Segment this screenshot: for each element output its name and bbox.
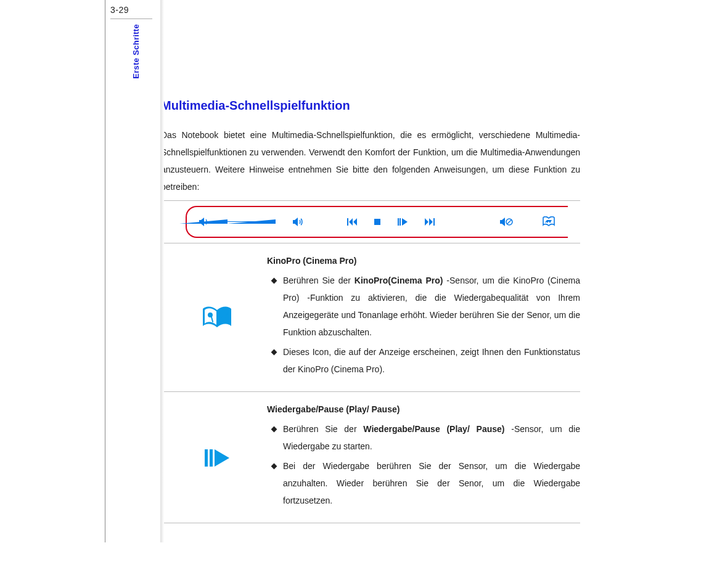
- main-content: Multimedia-Schnellspielfunktion Das Note…: [161, 99, 580, 523]
- feature-row-kinopro: KinoPro (Cinema Pro) Berühren Sie der Ki…: [161, 243, 580, 392]
- feature-body: KinoPro (Cinema Pro) Berühren Sie der Ki…: [267, 256, 580, 380]
- bullet-item: Bei der Wiedergabe berühren Sie der Sens…: [267, 457, 580, 509]
- page-gutter-shadow: [160, 0, 164, 542]
- svg-rect-10: [210, 449, 213, 467]
- svg-rect-4: [433, 218, 435, 226]
- feature-title: Wiedergabe/Pause (Play/ Pause): [267, 404, 580, 414]
- section-label: Erste Schritte: [131, 24, 141, 79]
- bullet-item: Berühren Sie der Wiedergabe/Pause (Play/…: [267, 420, 580, 455]
- feature-icon-cell: [161, 256, 267, 380]
- feature-row-playpause: Wiedergabe/Pause (Play/ Pause) Berühren …: [161, 392, 580, 523]
- media-control-bar: [186, 206, 568, 238]
- media-bar-container: [161, 200, 580, 243]
- svg-line-6: [507, 219, 512, 224]
- feature-bullets: Berühren Sie der Wiedergabe/Pause (Play/…: [267, 420, 580, 509]
- stop-icon: [374, 219, 380, 225]
- feature-title: KinoPro (Cinema Pro): [267, 256, 580, 266]
- svg-rect-0: [347, 218, 348, 226]
- page-number: 3-29: [110, 5, 154, 15]
- play-pause-icon: [398, 218, 408, 226]
- previous-icon: [347, 218, 357, 226]
- feature-icon-cell: [161, 404, 267, 512]
- page-title: Multimedia-Schnellspielfunktion: [161, 99, 580, 113]
- feature-bullets: Berühren Sie der KinoPro(Cinema Pro) -Se…: [267, 272, 580, 378]
- side-divider: [110, 18, 152, 19]
- side-column: 3-29 Erste Schritte: [110, 5, 154, 79]
- volume-slider: [228, 219, 276, 225]
- cinema-pro-icon: [542, 216, 555, 227]
- svg-rect-9: [205, 449, 208, 467]
- bullet-item: Berühren Sie der KinoPro(Cinema Pro) -Se…: [267, 272, 580, 341]
- svg-rect-1: [374, 219, 380, 225]
- cinema-pro-large-icon: [201, 305, 233, 331]
- document-page: 3-29 Erste Schritte Multimedia-Schnellsp…: [105, 0, 641, 542]
- next-icon: [425, 218, 435, 226]
- mute-icon: [500, 217, 514, 227]
- bullet-item: Dieses Icon, die auf der Anzeige erschei…: [267, 343, 580, 378]
- svg-rect-2: [398, 218, 399, 226]
- volume-up-icon: [293, 217, 305, 227]
- intro-paragraph: Das Notebook bietet eine Multimedia-Schn…: [161, 126, 580, 195]
- feature-body: Wiedergabe/Pause (Play/ Pause) Berühren …: [267, 404, 580, 512]
- svg-rect-3: [400, 218, 401, 226]
- play-pause-large-icon: [205, 449, 229, 467]
